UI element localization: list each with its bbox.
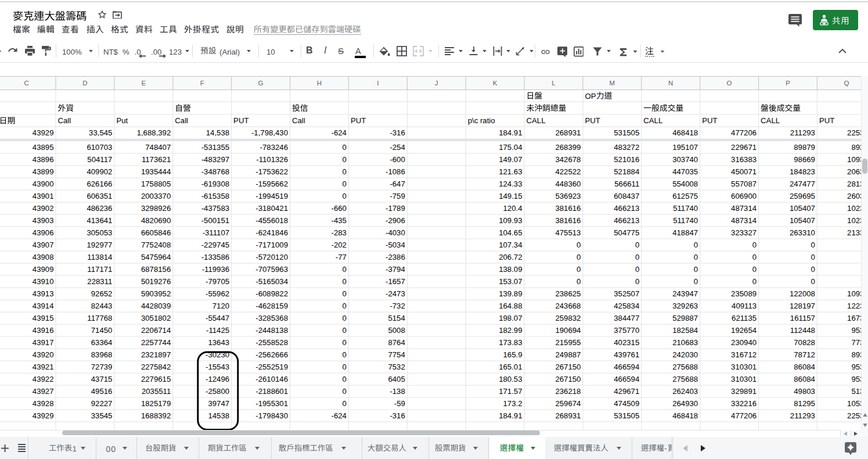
svg-text:-615358: -615358 xyxy=(201,192,229,200)
svg-text:2275842: 2275842 xyxy=(141,363,171,371)
svg-text:184.91: 184.91 xyxy=(499,128,522,137)
svg-text:184823: 184823 xyxy=(790,167,815,176)
svg-text:-1994519: -1994519 xyxy=(255,192,288,200)
svg-text:748407: 748407 xyxy=(145,143,171,152)
svg-text:213345: 213345 xyxy=(847,228,861,237)
svg-text:43915: 43915 xyxy=(33,314,54,322)
svg-text:72739: 72739 xyxy=(91,363,113,371)
svg-text:-4556018: -4556018 xyxy=(255,216,288,225)
svg-text:95345: 95345 xyxy=(851,363,861,371)
svg-text:238625: 238625 xyxy=(555,289,581,298)
svg-text:Call: Call xyxy=(292,116,305,125)
svg-text:81295: 81295 xyxy=(794,399,815,408)
svg-text:504775: 504775 xyxy=(614,228,639,237)
svg-text:260345: 260345 xyxy=(847,192,861,200)
svg-text:0: 0 xyxy=(577,241,581,249)
svg-text:487314: 487314 xyxy=(731,204,757,213)
svg-text:612575: 612575 xyxy=(672,192,698,200)
svg-text:2003370: 2003370 xyxy=(141,192,171,200)
svg-text:173.83: 173.83 xyxy=(499,338,522,347)
svg-text:267150: 267150 xyxy=(555,363,581,371)
svg-text:-138: -138 xyxy=(390,387,405,396)
svg-text:43927: 43927 xyxy=(33,387,54,396)
svg-text:43896: 43896 xyxy=(33,155,54,164)
svg-text:-5720120: -5720120 xyxy=(255,253,288,261)
svg-text:-2552519: -2552519 xyxy=(255,363,288,371)
svg-text:5154: 5154 xyxy=(388,314,405,322)
svg-text:63364: 63364 xyxy=(91,338,113,347)
svg-text:3051802: 3051802 xyxy=(141,314,171,322)
svg-text:439761: 439761 xyxy=(614,350,639,359)
svg-text:316712: 316712 xyxy=(731,350,757,359)
svg-text:173.2: 173.2 xyxy=(503,399,522,408)
svg-text:0: 0 xyxy=(635,265,639,274)
svg-text:2257744: 2257744 xyxy=(141,338,171,347)
svg-text:521884: 521884 xyxy=(614,167,639,176)
svg-text:OP: OP xyxy=(585,92,596,101)
svg-text:95345: 95345 xyxy=(851,375,861,383)
svg-text:-2562666: -2562666 xyxy=(255,350,288,359)
svg-text:0: 0 xyxy=(694,253,698,261)
svg-text:422522: 422522 xyxy=(555,167,581,176)
svg-text:225345: 225345 xyxy=(847,411,861,420)
svg-text:0: 0 xyxy=(343,399,347,408)
svg-text:43895: 43895 xyxy=(33,143,54,152)
svg-text:0: 0 xyxy=(343,302,347,310)
svg-text:1688392: 1688392 xyxy=(141,411,171,420)
svg-text:608437: 608437 xyxy=(614,192,639,200)
svg-text:43908: 43908 xyxy=(33,253,54,261)
svg-text:122345: 122345 xyxy=(847,302,861,310)
svg-text:PUT: PUT xyxy=(351,116,366,125)
svg-text:43913: 43913 xyxy=(33,289,54,298)
svg-text:89879: 89879 xyxy=(794,143,815,152)
svg-text:468418: 468418 xyxy=(672,411,698,420)
svg-text:-77: -77 xyxy=(336,253,347,261)
svg-text:486236: 486236 xyxy=(87,204,112,213)
svg-text:190694: 190694 xyxy=(555,326,581,335)
svg-text:-25800: -25800 xyxy=(206,387,229,396)
svg-text:504117: 504117 xyxy=(87,155,112,164)
svg-text:192654: 192654 xyxy=(731,326,757,335)
svg-text:33,545: 33,545 xyxy=(89,128,112,137)
svg-text:102345: 102345 xyxy=(847,204,861,213)
svg-text:-500151: -500151 xyxy=(201,216,229,225)
svg-text:0: 0 xyxy=(343,375,347,383)
svg-text:413641: 413641 xyxy=(87,216,112,225)
svg-text:112448: 112448 xyxy=(790,326,815,335)
svg-text:92227: 92227 xyxy=(91,399,113,408)
svg-text:43914: 43914 xyxy=(33,302,54,310)
svg-text:G: G xyxy=(258,80,264,87)
svg-text:2206714: 2206714 xyxy=(141,326,171,335)
svg-text:92652: 92652 xyxy=(91,289,113,298)
svg-text:70828: 70828 xyxy=(794,338,815,347)
svg-text:243668: 243668 xyxy=(555,302,581,310)
svg-text:182.99: 182.99 xyxy=(499,326,522,335)
svg-text:448360: 448360 xyxy=(555,180,581,188)
svg-text:329263: 329263 xyxy=(672,302,698,310)
svg-text:0: 0 xyxy=(811,253,815,261)
svg-text:-316: -316 xyxy=(390,128,405,137)
svg-text:7532: 7532 xyxy=(388,363,405,371)
svg-text:0: 0 xyxy=(343,326,347,335)
svg-text:-1753622: -1753622 xyxy=(255,167,288,176)
svg-text:418847: 418847 xyxy=(672,228,698,237)
svg-text:303740: 303740 xyxy=(672,155,698,164)
svg-text:182584: 182584 xyxy=(672,326,698,335)
svg-text:43901: 43901 xyxy=(33,192,54,200)
svg-text:-: - xyxy=(664,444,667,453)
svg-text:Put: Put xyxy=(116,116,128,125)
svg-text:-531355: -531355 xyxy=(201,143,229,152)
svg-text:89345: 89345 xyxy=(851,350,861,359)
svg-text:375770: 375770 xyxy=(614,326,639,335)
svg-text:39747: 39747 xyxy=(208,399,229,408)
svg-text:98669: 98669 xyxy=(794,155,815,164)
svg-text:165.01: 165.01 xyxy=(499,363,522,371)
svg-text:-4628159: -4628159 xyxy=(255,302,288,310)
svg-text:-12496: -12496 xyxy=(206,375,229,383)
svg-text:-59: -59 xyxy=(394,399,405,408)
svg-text:43928: 43928 xyxy=(33,399,54,408)
svg-text:477206: 477206 xyxy=(731,411,757,420)
svg-text:5008: 5008 xyxy=(388,326,405,335)
svg-text:-2906: -2906 xyxy=(386,216,405,225)
svg-text:CALL: CALL xyxy=(761,116,780,125)
